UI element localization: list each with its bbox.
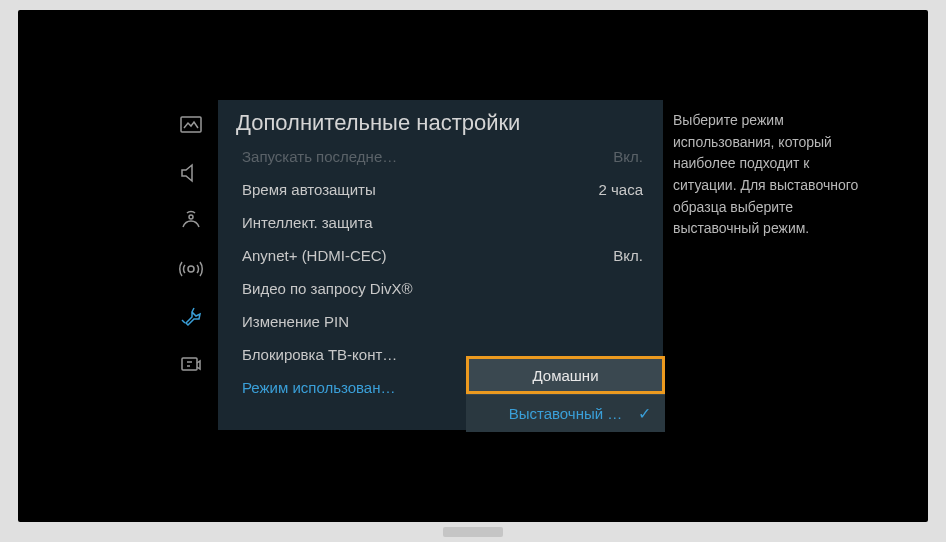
setting-label: Запускать последне… (242, 148, 397, 165)
setting-autoprotect-time[interactable]: Время автозащиты 2 часа (218, 173, 663, 206)
setting-value: Вкл. (613, 247, 643, 264)
setting-smart-security[interactable]: Интеллект. защита (218, 206, 663, 239)
svg-rect-0 (181, 117, 201, 132)
setting-anynet[interactable]: Anynet+ (HDMI-CEC) Вкл. (218, 239, 663, 272)
setting-label: Блокировка ТВ-конт… (242, 346, 397, 363)
svg-point-1 (189, 215, 193, 219)
setting-value: Вкл. (613, 148, 643, 165)
option-label: Домашни (532, 367, 598, 384)
check-icon: ✓ (638, 404, 651, 423)
setting-label: Anynet+ (HDMI-CEC) (242, 247, 387, 264)
setting-change-pin[interactable]: Изменение PIN (218, 305, 663, 338)
dropdown-option-home[interactable]: Домашни (466, 356, 665, 394)
tv-frame: Дополнительные настройки Запускать после… (18, 10, 928, 522)
panel-title: Дополнительные настройки (218, 100, 663, 140)
tv-screen: Дополнительные настройки Запускать после… (33, 25, 913, 507)
svg-point-2 (188, 266, 194, 272)
setting-label: Изменение PIN (242, 313, 349, 330)
sound-icon[interactable] (177, 160, 205, 186)
usage-mode-dropdown: Домашни Выставочный … ✓ (466, 356, 665, 432)
setting-label: Интеллект. защита (242, 214, 373, 231)
option-label: Выставочный … (509, 405, 623, 422)
settings-panel: Дополнительные настройки Запускать после… (163, 100, 663, 430)
setting-value: 2 часа (598, 181, 643, 198)
tv-stand (443, 527, 503, 537)
help-text-panel: Выберите режим использования, который на… (673, 110, 873, 240)
setting-label: Видео по запросу DivX® (242, 280, 413, 297)
system-icon[interactable] (177, 304, 205, 330)
category-sidebar (163, 100, 218, 430)
setting-divx[interactable]: Видео по запросу DivX® (218, 272, 663, 305)
svg-rect-3 (182, 358, 197, 370)
network-icon[interactable] (177, 256, 205, 282)
dropdown-option-retail[interactable]: Выставочный … ✓ (466, 394, 665, 432)
setting-label: Режим использован… (242, 379, 395, 396)
broadcast-icon[interactable] (177, 208, 205, 234)
setting-autorun[interactable]: Запускать последне… Вкл. (218, 140, 663, 173)
picture-icon[interactable] (177, 112, 205, 138)
support-icon[interactable] (177, 352, 205, 378)
setting-label: Время автозащиты (242, 181, 376, 198)
